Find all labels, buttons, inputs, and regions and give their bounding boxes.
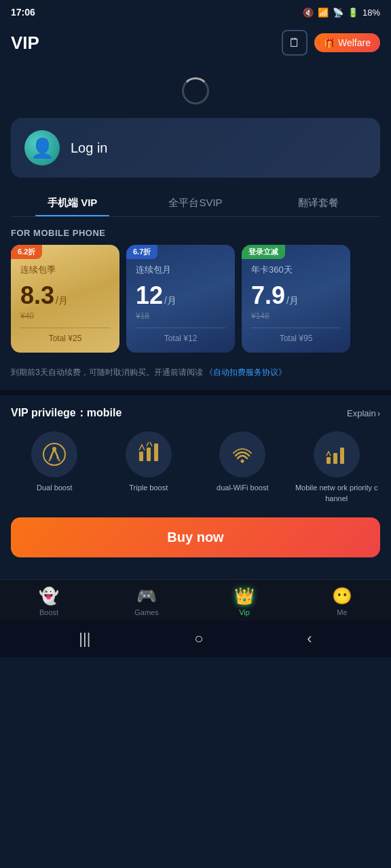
- mute-icon: 🔇: [303, 7, 314, 18]
- vip-nav-icon: 👑: [234, 587, 255, 606]
- total-2: Total ¥12: [136, 328, 225, 343]
- battery-icon: 🔋: [348, 7, 358, 18]
- main-price-3: 7.9 /月: [251, 281, 341, 310]
- card-title-2: 连续包月: [136, 264, 225, 276]
- section-divider: [0, 390, 391, 395]
- main-price-1: 8.3 /月: [20, 281, 110, 310]
- dual-wifi-icon-circle: [219, 431, 265, 477]
- nav-item-boost[interactable]: 👻 Boost: [0, 587, 98, 616]
- price-number-1: 8.3: [20, 281, 54, 310]
- privileges-header: VIP privilege：mobile Explain ›: [11, 406, 380, 420]
- section-heading: FOR MOBILE PHONE: [0, 217, 391, 245]
- price-unit-3: /月: [286, 295, 299, 307]
- svg-point-1: [52, 447, 56, 451]
- status-time: 17:06: [11, 7, 35, 18]
- total-3: Total ¥95: [251, 328, 341, 343]
- privilege-item-triple-boost: Triple boost: [105, 431, 193, 504]
- signal-icon: 📡: [333, 7, 343, 18]
- price-card-seasonal[interactable]: 6.2折 连续包季 8.3 /月 ¥40 Total ¥25: [11, 245, 119, 353]
- message-icon: 🗒: [288, 36, 301, 50]
- triple-boost-label: Triple boost: [129, 483, 168, 493]
- me-nav-icon: 😶: [332, 587, 352, 606]
- privilege-item-mobile-network: Mobile netw ork priority c hannel: [293, 431, 381, 504]
- page-title: VIP: [11, 33, 39, 54]
- me-nav-label: Me: [337, 608, 347, 616]
- original-price-3: ¥148: [251, 311, 341, 321]
- nav-item-me[interactable]: 😶 Me: [293, 587, 391, 616]
- gift-icon: 🎁: [324, 37, 335, 48]
- card-title-3: 年卡360天: [251, 264, 341, 276]
- login-card[interactable]: 👤 Log in: [11, 118, 380, 178]
- system-back-button[interactable]: ‹: [307, 630, 312, 648]
- price-number-2: 12: [136, 281, 163, 310]
- mobile-network-icon-circle: [314, 431, 360, 477]
- svg-rect-2: [139, 452, 143, 461]
- bottom-nav: 👻 Boost 🎮 Games 👑 Vip 😶 Me: [0, 579, 391, 620]
- auto-renew-notice: 到期前3天自动续费，可随时取消购买。开通前请阅读 《自动扣费服务协议》: [0, 359, 391, 390]
- svg-rect-3: [147, 448, 151, 461]
- svg-rect-8: [340, 448, 344, 464]
- tab-mobile-vip[interactable]: 手机端 VIP: [11, 190, 134, 216]
- dual-boost-label: Dual boost: [37, 483, 73, 493]
- games-nav-label: Games: [134, 608, 158, 616]
- tab-translate-package[interactable]: 翻译套餐: [257, 190, 380, 216]
- avatar-icon: 👤: [31, 137, 54, 159]
- wifi-icon: 📶: [318, 7, 329, 18]
- loading-area: [0, 64, 391, 118]
- triple-boost-icon-circle: [126, 431, 172, 477]
- vip-nav-label: Vip: [239, 608, 250, 616]
- welfare-button[interactable]: 🎁 Welfare: [314, 33, 380, 52]
- discount-badge-3: 登录立减: [242, 245, 285, 259]
- nav-item-games[interactable]: 🎮 Games: [98, 587, 196, 616]
- price-unit-1: /月: [56, 295, 68, 307]
- card-title-1: 连续包季: [20, 264, 110, 276]
- boost-nav-icon: 👻: [39, 587, 59, 606]
- system-menu-button[interactable]: |||: [79, 630, 90, 648]
- mobile-network-label: Mobile netw ork priority c hannel: [293, 483, 381, 504]
- avatar: 👤: [24, 130, 60, 165]
- status-bar: 17:06 🔇 📶 📡 🔋 18%: [0, 0, 391, 24]
- main-price-2: 12 /月: [136, 281, 225, 310]
- svg-rect-7: [333, 453, 337, 464]
- welfare-label: Welfare: [338, 37, 371, 48]
- tab-all-platform-svip[interactable]: 全平台SVIP: [134, 190, 257, 216]
- price-card-monthly[interactable]: 6.7折 连续包月 12 /月 ¥18 Total ¥12: [126, 245, 235, 353]
- privilege-item-dual-wifi: dual-WiFi boost: [199, 431, 286, 504]
- total-1: Total ¥25: [20, 328, 110, 343]
- original-price-1: ¥40: [20, 311, 110, 321]
- system-home-button[interactable]: ○: [194, 630, 203, 648]
- dual-boost-icon-circle: [31, 431, 77, 477]
- top-nav: VIP 🗒 🎁 Welfare: [0, 24, 391, 64]
- discount-badge-2: 6.7折: [126, 245, 157, 259]
- price-card-yearly[interactable]: 登录立减 年卡360天 7.9 /月 ¥148 Total ¥95: [242, 245, 350, 353]
- discount-badge-1: 6.2折: [11, 245, 42, 259]
- chevron-right-icon: ›: [377, 408, 380, 418]
- status-icons: 🔇 📶 📡 🔋 18%: [303, 7, 380, 18]
- dual-wifi-label: dual-WiFi boost: [217, 483, 268, 493]
- svg-point-5: [241, 460, 244, 463]
- privilege-item-dual-boost: Dual boost: [11, 431, 98, 504]
- original-price-2: ¥18: [136, 311, 225, 321]
- login-text: Log in: [71, 140, 108, 156]
- privileges-title: VIP privilege：mobile: [11, 406, 122, 420]
- loading-spinner: [182, 77, 209, 104]
- boost-nav-label: Boost: [39, 608, 58, 616]
- svg-point-0: [43, 443, 65, 465]
- system-nav: ||| ○ ‹: [0, 620, 391, 657]
- svg-rect-6: [327, 457, 331, 464]
- privilege-icons-row: Dual boost Triple boost: [11, 431, 380, 504]
- svg-rect-4: [154, 443, 158, 461]
- price-number-3: 7.9: [251, 281, 285, 310]
- tabs-container: 手机端 VIP 全平台SVIP 翻译套餐: [11, 190, 380, 217]
- explain-button[interactable]: Explain ›: [347, 408, 380, 418]
- battery-percent: 18%: [362, 7, 380, 18]
- nav-actions: 🗒 🎁 Welfare: [282, 30, 380, 56]
- message-icon-button[interactable]: 🗒: [282, 30, 308, 56]
- pricing-cards-container: 6.2折 连续包季 8.3 /月 ¥40 Total ¥25 6.7折 连续包月…: [0, 245, 391, 359]
- nav-item-vip[interactable]: 👑 Vip: [196, 587, 293, 616]
- price-unit-2: /月: [164, 295, 176, 307]
- games-nav-icon: 🎮: [136, 587, 157, 606]
- buy-now-button[interactable]: Buy now: [11, 517, 380, 557]
- privileges-section: VIP privilege：mobile Explain › Dual boos…: [0, 395, 391, 579]
- auto-deduct-agreement-link[interactable]: 《自动扣费服务协议》: [205, 368, 286, 377]
